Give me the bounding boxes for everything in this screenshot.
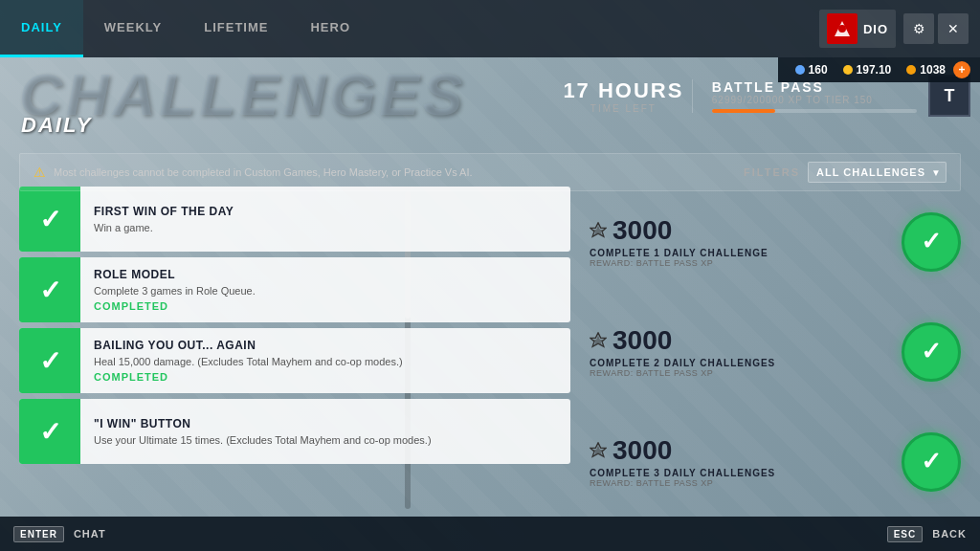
reward-amount-3: 3000: [612, 435, 672, 466]
checkmark-icon: ✓: [39, 345, 61, 377]
warning-icon: ⚠: [33, 165, 46, 180]
reward-subtitle-2: REWARD: BATTLE PASS XP: [590, 368, 890, 378]
top-bar-right: DIO ⚙ ✕: [819, 10, 980, 48]
challenge-name-bailing-out: BAILING YOU OUT... AGAIN: [94, 339, 557, 352]
checkmark-icon: ✓: [39, 275, 61, 306]
challenge-desc-i-win: Use your Ultimate 15 times. (Excludes To…: [94, 434, 557, 446]
reward-checkmark-icon-1: ✓: [921, 227, 942, 256]
challenge-name-role-model: ROLE MODEL: [94, 268, 557, 281]
reward-checkmark-icon-2: ✓: [921, 337, 942, 366]
bottom-bar: ENTER CHAT ESC BACK: [0, 517, 980, 551]
bottom-left: ENTER CHAT: [13, 526, 106, 542]
reward-info-3: 3000 COMPLETE 3 DAILY CHALLENGES REWARD:…: [590, 435, 890, 488]
esc-key: ESC: [887, 526, 924, 542]
currency-gold-value: 197.10: [857, 63, 892, 77]
challenge-name-i-win: "I WIN" BUTTON: [94, 417, 557, 430]
challenge-card-bailing-out[interactable]: ✓ BAILING YOU OUT... AGAIN Heal 15,000 d…: [19, 328, 570, 393]
chat-label: CHAT: [74, 528, 106, 540]
bp-bar-fill: [712, 109, 775, 113]
reward-amount-2: 3000: [612, 325, 672, 356]
currency-gold: 197.10: [835, 63, 900, 77]
challenge-desc-role-model: Complete 3 games in Role Queue.: [94, 285, 557, 297]
time-value: 17 HOURS: [555, 78, 692, 103]
main-content: ✓ FIRST WIN OF THE DAY Win a game. ✓ ROL…: [19, 187, 961, 513]
reward-title-1: COMPLETE 1 DAILY CHALLENGE: [590, 248, 890, 258]
enter-key: ENTER: [13, 526, 64, 542]
currency-yellow-icon: [906, 65, 916, 75]
challenge-desc-bailing-out: Heal 15,000 damage. (Excludes Total Mayh…: [94, 356, 557, 367]
top-nav-bar: DAILY WEEKLY LIFETIME HERO DIO ⚙ ✕: [0, 0, 980, 57]
reward-checkmark-icon-3: ✓: [921, 447, 942, 476]
filter-wrapper[interactable]: ALL CHALLENGES IN PROGRESS COMPLETED ▼: [808, 162, 947, 183]
reward-info-2: 3000 COMPLETE 2 DAILY CHALLENGES REWARD:…: [590, 325, 890, 378]
player-name: DIO: [863, 22, 888, 36]
challenge-card-role-model[interactable]: ✓ ROLE MODEL Complete 3 games in Role Qu…: [19, 257, 570, 322]
bp-bar: [712, 109, 917, 113]
battle-pass-section: BATTLE PASS 62999/200000 XP TO TIER 150: [692, 79, 917, 113]
tab-daily[interactable]: DAILY: [0, 0, 83, 57]
currency-blue-value: 160: [809, 63, 828, 77]
tab-hero[interactable]: HERO: [289, 0, 371, 57]
checkmark-icon: ✓: [39, 204, 61, 235]
currency-yellow-value: 1038: [920, 63, 946, 77]
currency-bar: 160 197.10 1038 +: [778, 57, 980, 82]
currency-blue-icon: [795, 65, 805, 75]
reward-points-1: 3000: [590, 215, 890, 246]
currency-gold-icon: [843, 65, 853, 75]
top-right-icons: ⚙ ✕: [903, 13, 969, 44]
svg-point-1: [838, 25, 846, 33]
reward-item-2: 3000 COMPLETE 2 DAILY CHALLENGES REWARD:…: [590, 300, 961, 403]
avatar: [827, 13, 858, 44]
ow-logo-icon-3: [590, 442, 607, 459]
player-info[interactable]: DIO: [819, 10, 896, 48]
currency-blue: 160: [788, 63, 835, 77]
reward-badge-3: ✓: [902, 432, 961, 492]
checkmark-icon: ✓: [39, 416, 61, 448]
challenge-body-bailing-out: BAILING YOU OUT... AGAIN Heal 15,000 dam…: [80, 328, 570, 393]
time-section: 17 HOURS TIME LEFT: [555, 78, 692, 114]
tab-weekly[interactable]: WEEKLY: [83, 0, 183, 57]
challenge-name-first-win: FIRST WIN OF THE DAY: [94, 205, 557, 218]
nav-tabs: DAILY WEEKLY LIFETIME HERO: [0, 0, 371, 57]
back-label: BACK: [932, 528, 967, 540]
challenge-body-i-win: "I WIN" BUTTON Use your Ultimate 15 time…: [80, 399, 570, 464]
currency-yellow: 1038: [899, 63, 953, 77]
tab-lifetime[interactable]: LIFETIME: [183, 0, 289, 57]
reward-title-2: COMPLETE 2 DAILY CHALLENGES: [590, 358, 890, 368]
bp-subtitle: 62999/200000 XP TO TIER 150: [712, 95, 917, 105]
reward-amount-1: 3000: [612, 215, 672, 246]
challenge-card-i-win[interactable]: ✓ "I WIN" BUTTON Use your Ultimate 15 ti…: [19, 399, 570, 464]
warning-text: Most challenges cannot be completed in C…: [54, 166, 728, 178]
reward-subtitle-1: REWARD: BATTLE PASS XP: [590, 258, 890, 268]
reward-info-1: 3000 COMPLETE 1 DAILY CHALLENGE REWARD: …: [590, 215, 890, 268]
challenge-body-role-model: ROLE MODEL Complete 3 games in Role Queu…: [80, 257, 570, 322]
close-icon[interactable]: ✕: [938, 13, 969, 44]
challenge-card-first-win[interactable]: ✓ FIRST WIN OF THE DAY Win a game.: [19, 187, 570, 252]
reward-points-2: 3000: [590, 325, 890, 356]
filter-label: FILTERS: [744, 166, 800, 178]
reward-badge-2: ✓: [902, 322, 961, 382]
warning-banner: ⚠ Most challenges cannot be completed in…: [19, 153, 961, 191]
challenge-check-i-win: ✓: [19, 399, 80, 464]
challenge-check-bailing-out: ✓: [19, 328, 80, 393]
page-subtitle: DAILY: [21, 113, 92, 138]
reward-title-3: COMPLETE 3 DAILY CHALLENGES: [590, 468, 890, 478]
reward-badge-1: ✓: [902, 212, 961, 272]
challenge-check-first-win: ✓: [19, 187, 80, 252]
challenge-desc-first-win: Win a game.: [94, 222, 557, 233]
reward-points-3: 3000: [590, 435, 890, 466]
settings-icon[interactable]: ⚙: [903, 13, 934, 44]
challenge-completed-role-model: COMPLETED: [94, 300, 557, 312]
challenges-list: ✓ FIRST WIN OF THE DAY Win a game. ✓ ROL…: [19, 187, 574, 513]
time-label: TIME LEFT: [555, 103, 692, 114]
challenge-body-first-win: FIRST WIN OF THE DAY Win a game.: [80, 187, 570, 252]
filter-select[interactable]: ALL CHALLENGES IN PROGRESS COMPLETED: [808, 162, 947, 183]
reward-item-3: 3000 COMPLETE 3 DAILY CHALLENGES REWARD:…: [590, 410, 961, 513]
bottom-right: ESC BACK: [887, 526, 967, 542]
rewards-section: 3000 COMPLETE 1 DAILY CHALLENGE REWARD: …: [590, 187, 961, 513]
ow-logo-icon: [590, 222, 607, 239]
reward-subtitle-3: REWARD: BATTLE PASS XP: [590, 478, 890, 488]
ow-logo-icon-2: [590, 332, 607, 349]
challenge-check-role-model: ✓: [19, 257, 80, 322]
add-currency-button[interactable]: +: [953, 61, 970, 78]
